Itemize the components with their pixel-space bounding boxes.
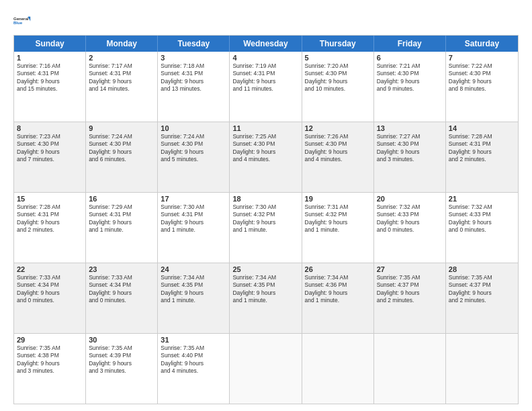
calendar-cell: 27Sunrise: 7:35 AM Sunset: 4:37 PM Dayli… — [374, 263, 446, 333]
day-number: 18 — [232, 195, 298, 203]
day-number: 8 — [17, 124, 83, 132]
day-number: 16 — [89, 195, 154, 203]
day-info: Sunrise: 7:22 AM Sunset: 4:30 PM Dayligh… — [449, 62, 515, 93]
calendar-cell — [374, 334, 446, 404]
weekday-header: Friday — [374, 36, 446, 52]
calendar: SundayMondayTuesdayWednesdayThursdayFrid… — [13, 35, 519, 404]
calendar-cell — [302, 334, 374, 404]
calendar-cell — [446, 334, 518, 404]
day-number: 14 — [449, 124, 515, 132]
calendar-row: 22Sunrise: 7:33 AM Sunset: 4:34 PM Dayli… — [14, 263, 518, 333]
day-number: 24 — [161, 265, 226, 273]
day-number: 12 — [305, 124, 371, 132]
logo-icon: GeneralBlue — [13, 11, 32, 30]
calendar-cell: 14Sunrise: 7:28 AM Sunset: 4:31 PM Dayli… — [446, 122, 518, 192]
day-info: Sunrise: 7:35 AM Sunset: 4:38 PM Dayligh… — [17, 345, 83, 375]
calendar-cell: 19Sunrise: 7:31 AM Sunset: 4:32 PM Dayli… — [302, 193, 374, 263]
header: GeneralBlue — [13, 11, 519, 30]
calendar-cell: 20Sunrise: 7:32 AM Sunset: 4:33 PM Dayli… — [374, 193, 446, 263]
calendar-cell: 6Sunrise: 7:21 AM Sunset: 4:30 PM Daylig… — [374, 52, 446, 122]
day-info: Sunrise: 7:33 AM Sunset: 4:34 PM Dayligh… — [17, 274, 83, 305]
day-number: 30 — [89, 336, 154, 344]
day-info: Sunrise: 7:28 AM Sunset: 4:31 PM Dayligh… — [449, 133, 515, 164]
day-info: Sunrise: 7:35 AM Sunset: 4:39 PM Dayligh… — [89, 345, 154, 375]
weekday-header: Sunday — [14, 36, 86, 52]
day-info: Sunrise: 7:26 AM Sunset: 4:30 PM Dayligh… — [305, 133, 371, 164]
day-number: 7 — [449, 54, 515, 62]
day-number: 27 — [377, 265, 443, 273]
day-number: 1 — [17, 54, 83, 62]
day-info: Sunrise: 7:17 AM Sunset: 4:31 PM Dayligh… — [89, 62, 154, 93]
day-number: 23 — [89, 265, 154, 273]
calendar-cell: 9Sunrise: 7:24 AM Sunset: 4:30 PM Daylig… — [86, 122, 158, 192]
day-info: Sunrise: 7:19 AM Sunset: 4:31 PM Dayligh… — [232, 62, 298, 93]
day-number: 6 — [377, 54, 443, 62]
day-number: 2 — [89, 54, 154, 62]
day-info: Sunrise: 7:33 AM Sunset: 4:34 PM Dayligh… — [89, 274, 154, 305]
day-info: Sunrise: 7:35 AM Sunset: 4:37 PM Dayligh… — [377, 274, 443, 305]
day-number: 5 — [305, 54, 371, 62]
day-info: Sunrise: 7:34 AM Sunset: 4:35 PM Dayligh… — [161, 274, 226, 305]
calendar-cell: 28Sunrise: 7:35 AM Sunset: 4:37 PM Dayli… — [446, 263, 518, 333]
day-info: Sunrise: 7:27 AM Sunset: 4:30 PM Dayligh… — [377, 133, 443, 164]
day-number: 31 — [161, 336, 226, 344]
calendar-cell: 31Sunrise: 7:35 AM Sunset: 4:40 PM Dayli… — [158, 334, 230, 404]
day-number: 15 — [17, 195, 83, 203]
calendar-cell: 7Sunrise: 7:22 AM Sunset: 4:30 PM Daylig… — [446, 52, 518, 122]
weekday-header: Tuesday — [158, 36, 230, 52]
calendar-cell: 12Sunrise: 7:26 AM Sunset: 4:30 PM Dayli… — [302, 122, 374, 192]
day-info: Sunrise: 7:30 AM Sunset: 4:32 PM Dayligh… — [232, 203, 298, 234]
calendar-cell: 5Sunrise: 7:20 AM Sunset: 4:30 PM Daylig… — [302, 52, 374, 122]
calendar-row: 29Sunrise: 7:35 AM Sunset: 4:38 PM Dayli… — [14, 333, 518, 404]
day-info: Sunrise: 7:34 AM Sunset: 4:35 PM Dayligh… — [232, 274, 298, 305]
day-info: Sunrise: 7:32 AM Sunset: 4:33 PM Dayligh… — [377, 203, 443, 234]
day-info: Sunrise: 7:31 AM Sunset: 4:32 PM Dayligh… — [305, 203, 371, 234]
day-number: 28 — [449, 265, 515, 273]
calendar-cell: 4Sunrise: 7:19 AM Sunset: 4:31 PM Daylig… — [230, 52, 302, 122]
calendar-cell: 8Sunrise: 7:23 AM Sunset: 4:30 PM Daylig… — [14, 122, 86, 192]
day-number: 4 — [232, 54, 298, 62]
calendar-cell: 29Sunrise: 7:35 AM Sunset: 4:38 PM Dayli… — [14, 334, 86, 404]
day-number: 9 — [89, 124, 154, 132]
day-number: 29 — [17, 336, 83, 344]
calendar-cell: 23Sunrise: 7:33 AM Sunset: 4:34 PM Dayli… — [86, 263, 158, 333]
day-info: Sunrise: 7:24 AM Sunset: 4:30 PM Dayligh… — [161, 133, 226, 164]
day-info: Sunrise: 7:16 AM Sunset: 4:31 PM Dayligh… — [17, 62, 83, 93]
day-number: 21 — [449, 195, 515, 203]
day-info: Sunrise: 7:30 AM Sunset: 4:31 PM Dayligh… — [161, 203, 226, 234]
day-info: Sunrise: 7:21 AM Sunset: 4:30 PM Dayligh… — [377, 62, 443, 93]
day-number: 17 — [161, 195, 226, 203]
weekday-header: Monday — [86, 36, 158, 52]
day-number: 10 — [161, 124, 226, 132]
calendar-cell: 2Sunrise: 7:17 AM Sunset: 4:31 PM Daylig… — [86, 52, 158, 122]
day-number: 26 — [305, 265, 371, 273]
day-number: 3 — [161, 54, 226, 62]
logo: GeneralBlue — [13, 11, 32, 30]
day-info: Sunrise: 7:28 AM Sunset: 4:31 PM Dayligh… — [17, 203, 83, 234]
calendar-cell: 1Sunrise: 7:16 AM Sunset: 4:31 PM Daylig… — [14, 52, 86, 122]
day-number: 22 — [17, 265, 83, 273]
calendar-cell — [230, 334, 302, 404]
calendar-cell: 13Sunrise: 7:27 AM Sunset: 4:30 PM Dayli… — [374, 122, 446, 192]
day-info: Sunrise: 7:25 AM Sunset: 4:30 PM Dayligh… — [232, 133, 298, 164]
calendar-cell: 3Sunrise: 7:18 AM Sunset: 4:31 PM Daylig… — [158, 52, 230, 122]
svg-text:General: General — [13, 17, 29, 21]
calendar-row: 15Sunrise: 7:28 AM Sunset: 4:31 PM Dayli… — [14, 192, 518, 263]
calendar-row: 8Sunrise: 7:23 AM Sunset: 4:30 PM Daylig… — [14, 122, 518, 192]
calendar-cell: 25Sunrise: 7:34 AM Sunset: 4:35 PM Dayli… — [230, 263, 302, 333]
calendar-body: 1Sunrise: 7:16 AM Sunset: 4:31 PM Daylig… — [14, 52, 518, 404]
calendar-cell: 30Sunrise: 7:35 AM Sunset: 4:39 PM Dayli… — [86, 334, 158, 404]
day-info: Sunrise: 7:35 AM Sunset: 4:40 PM Dayligh… — [161, 345, 226, 375]
calendar-cell: 26Sunrise: 7:34 AM Sunset: 4:36 PM Dayli… — [302, 263, 374, 333]
weekday-header: Wednesday — [230, 36, 302, 52]
day-info: Sunrise: 7:20 AM Sunset: 4:30 PM Dayligh… — [305, 62, 371, 93]
day-number: 25 — [232, 265, 298, 273]
calendar-cell: 24Sunrise: 7:34 AM Sunset: 4:35 PM Dayli… — [158, 263, 230, 333]
day-number: 13 — [377, 124, 443, 132]
day-info: Sunrise: 7:32 AM Sunset: 4:33 PM Dayligh… — [449, 203, 515, 234]
calendar-cell: 16Sunrise: 7:29 AM Sunset: 4:31 PM Dayli… — [86, 193, 158, 263]
calendar-cell: 10Sunrise: 7:24 AM Sunset: 4:30 PM Dayli… — [158, 122, 230, 192]
day-number: 20 — [377, 195, 443, 203]
day-info: Sunrise: 7:23 AM Sunset: 4:30 PM Dayligh… — [17, 133, 83, 164]
svg-text:Blue: Blue — [13, 21, 23, 25]
